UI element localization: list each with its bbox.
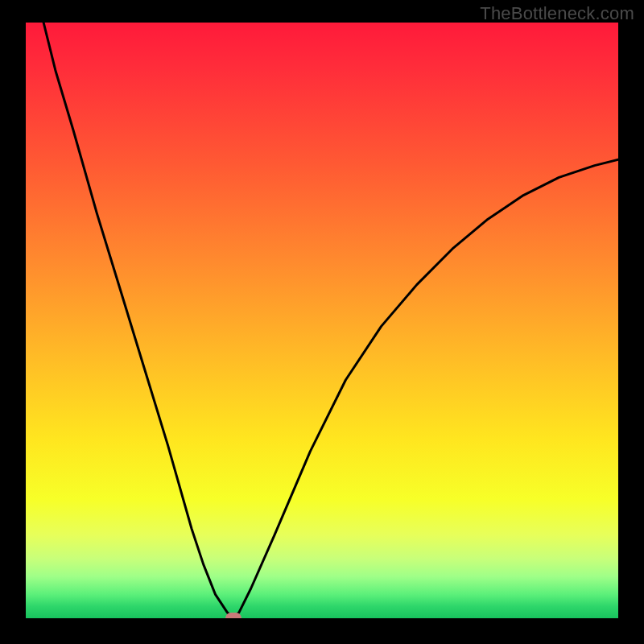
bottleneck-curve [26, 23, 618, 618]
curve-path [43, 23, 618, 618]
watermark-text: TheBottleneck.com [480, 3, 634, 24]
minimum-marker [225, 613, 242, 618]
plot-area [26, 23, 618, 618]
chart-frame: TheBottleneck.com [0, 0, 644, 644]
